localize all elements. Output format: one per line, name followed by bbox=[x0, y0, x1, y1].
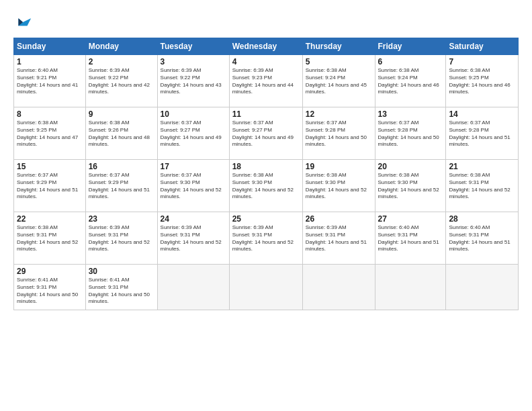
logo bbox=[13, 12, 34, 31]
calendar-day: 9Sunrise: 6:38 AMSunset: 9:26 PMDaylight… bbox=[85, 107, 157, 160]
calendar-body: 1Sunrise: 6:40 AMSunset: 9:21 PMDaylight… bbox=[14, 55, 519, 310]
calendar-day: 19Sunrise: 6:38 AMSunset: 9:30 PMDayligh… bbox=[302, 160, 375, 212]
calendar-day: 21Sunrise: 6:38 AMSunset: 9:31 PMDayligh… bbox=[446, 160, 519, 212]
calendar-week-row: 1Sunrise: 6:40 AMSunset: 9:21 PMDaylight… bbox=[14, 55, 519, 107]
calendar-day bbox=[302, 265, 375, 310]
calendar-day: 22Sunrise: 6:38 AMSunset: 9:31 PMDayligh… bbox=[14, 212, 86, 265]
calendar-week-row: 15Sunrise: 6:37 AMSunset: 9:29 PMDayligh… bbox=[14, 160, 519, 212]
calendar-day: 14Sunrise: 6:37 AMSunset: 9:28 PMDayligh… bbox=[446, 107, 519, 160]
calendar-day: 28Sunrise: 6:40 AMSunset: 9:31 PMDayligh… bbox=[446, 212, 519, 265]
calendar-day: 13Sunrise: 6:37 AMSunset: 9:28 PMDayligh… bbox=[375, 107, 446, 160]
weekday-header: Thursday bbox=[302, 38, 375, 55]
calendar-day: 16Sunrise: 6:37 AMSunset: 9:29 PMDayligh… bbox=[85, 160, 157, 212]
page: SundayMondayTuesdayWednesdayThursdayFrid… bbox=[0, 0, 532, 411]
weekday-header: Sunday bbox=[14, 38, 86, 55]
calendar-day: 5Sunrise: 6:38 AMSunset: 9:24 PMDaylight… bbox=[302, 55, 375, 107]
calendar-day: 20Sunrise: 6:38 AMSunset: 9:30 PMDayligh… bbox=[375, 160, 446, 212]
calendar: SundayMondayTuesdayWednesdayThursdayFrid… bbox=[13, 38, 519, 310]
calendar-day: 11Sunrise: 6:37 AMSunset: 9:27 PMDayligh… bbox=[229, 107, 302, 160]
calendar-day: 17Sunrise: 6:37 AMSunset: 9:30 PMDayligh… bbox=[157, 160, 229, 212]
calendar-week-row: 29Sunrise: 6:41 AMSunset: 9:31 PMDayligh… bbox=[14, 265, 519, 310]
calendar-day: 23Sunrise: 6:39 AMSunset: 9:31 PMDayligh… bbox=[85, 212, 157, 265]
calendar-day: 8Sunrise: 6:38 AMSunset: 9:25 PMDaylight… bbox=[14, 107, 86, 160]
calendar-day: 6Sunrise: 6:38 AMSunset: 9:24 PMDaylight… bbox=[375, 55, 446, 107]
calendar-day bbox=[229, 265, 302, 310]
calendar-day: 26Sunrise: 6:39 AMSunset: 9:31 PMDayligh… bbox=[302, 212, 375, 265]
header bbox=[13, 12, 519, 31]
calendar-day: 15Sunrise: 6:37 AMSunset: 9:29 PMDayligh… bbox=[14, 160, 86, 212]
calendar-day: 7Sunrise: 6:38 AMSunset: 9:25 PMDaylight… bbox=[446, 55, 519, 107]
logo-icon bbox=[13, 12, 32, 31]
calendar-header-row: SundayMondayTuesdayWednesdayThursdayFrid… bbox=[14, 38, 519, 55]
calendar-day: 12Sunrise: 6:37 AMSunset: 9:28 PMDayligh… bbox=[302, 107, 375, 160]
calendar-week-row: 8Sunrise: 6:38 AMSunset: 9:25 PMDaylight… bbox=[14, 107, 519, 160]
calendar-day bbox=[375, 265, 446, 310]
calendar-day bbox=[157, 265, 229, 310]
calendar-day: 25Sunrise: 6:39 AMSunset: 9:31 PMDayligh… bbox=[229, 212, 302, 265]
calendar-day bbox=[446, 265, 519, 310]
calendar-day: 18Sunrise: 6:38 AMSunset: 9:30 PMDayligh… bbox=[229, 160, 302, 212]
calendar-day: 1Sunrise: 6:40 AMSunset: 9:21 PMDaylight… bbox=[14, 55, 86, 107]
calendar-day: 10Sunrise: 6:37 AMSunset: 9:27 PMDayligh… bbox=[157, 107, 229, 160]
weekday-header: Saturday bbox=[446, 38, 519, 55]
calendar-day: 27Sunrise: 6:40 AMSunset: 9:31 PMDayligh… bbox=[375, 212, 446, 265]
weekday-header: Monday bbox=[85, 38, 157, 55]
weekday-header: Tuesday bbox=[157, 38, 229, 55]
calendar-day: 2Sunrise: 6:39 AMSunset: 9:22 PMDaylight… bbox=[85, 55, 157, 107]
calendar-day: 3Sunrise: 6:39 AMSunset: 9:22 PMDaylight… bbox=[157, 55, 229, 107]
calendar-week-row: 22Sunrise: 6:38 AMSunset: 9:31 PMDayligh… bbox=[14, 212, 519, 265]
calendar-day: 29Sunrise: 6:41 AMSunset: 9:31 PMDayligh… bbox=[14, 265, 86, 310]
calendar-day: 4Sunrise: 6:39 AMSunset: 9:23 PMDaylight… bbox=[229, 55, 302, 107]
calendar-day: 24Sunrise: 6:39 AMSunset: 9:31 PMDayligh… bbox=[157, 212, 229, 265]
weekday-header: Friday bbox=[375, 38, 446, 55]
calendar-day: 30Sunrise: 6:41 AMSunset: 9:31 PMDayligh… bbox=[85, 265, 157, 310]
weekday-header: Wednesday bbox=[229, 38, 302, 55]
